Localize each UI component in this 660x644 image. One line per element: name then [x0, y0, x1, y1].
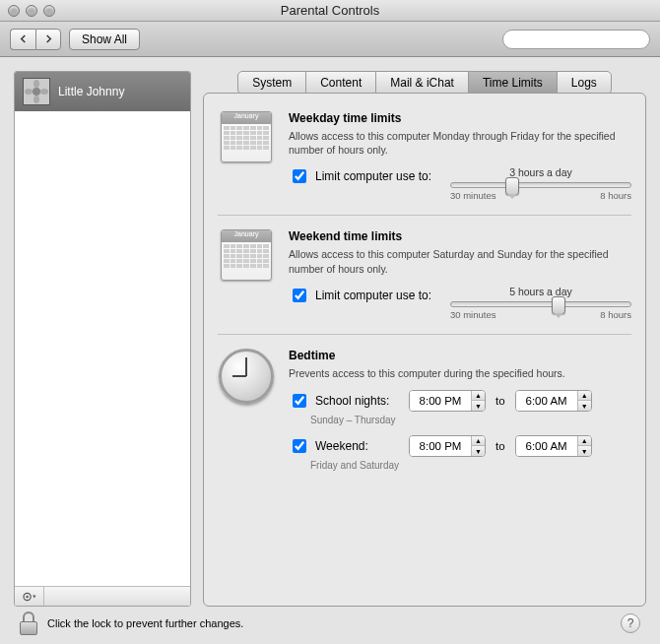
school-from-input[interactable]	[410, 391, 471, 411]
bedtime-section: Bedtime Prevents access to this computer…	[218, 334, 631, 494]
weekday-limit-input[interactable]	[293, 169, 306, 183]
calendar-icon: January	[221, 229, 272, 281]
search-field[interactable]	[502, 30, 650, 49]
tab-time-limits[interactable]: Time Limits	[469, 72, 558, 94]
svg-point-3	[33, 80, 39, 88]
tab-mail-ichat[interactable]: Mail & iChat	[376, 72, 469, 94]
weekday-desc: Allows access to this computer Monday th…	[289, 129, 631, 157]
weekday-limit-label: Limit computer use to:	[315, 169, 431, 183]
weekend-nights-checkbox[interactable]: Weekend:	[289, 436, 399, 456]
weekend-slider-thumb[interactable]	[552, 296, 565, 314]
school-from-field[interactable]: ▲▼	[409, 390, 486, 412]
lock-button[interactable]	[20, 612, 39, 635]
weekend-from-field[interactable]: ▲▼	[409, 435, 486, 457]
sidebar-footer	[15, 586, 190, 606]
school-nights-sub: Sunday – Thursday	[310, 415, 631, 425]
weekend-to-stepper[interactable]: ▲▼	[577, 436, 591, 456]
weekend-from-stepper[interactable]: ▲▼	[471, 436, 485, 456]
clock-icon	[219, 349, 274, 404]
weekday-slider-thumb[interactable]	[505, 177, 519, 195]
weekend-value-label: 5 hours a day	[450, 286, 631, 297]
bedtime-desc: Prevents access to this computer during …	[289, 366, 631, 380]
weekday-title: Weekday time limits	[289, 111, 631, 125]
weekday-value-label: 3 hours a day	[450, 166, 631, 178]
weekday-max-label: 8 hours	[600, 190, 631, 201]
weekend-section: January Weekend time limits Allows acces…	[218, 215, 631, 333]
weekend-limit-checkbox[interactable]: Limit computer use to:	[289, 286, 436, 305]
help-button[interactable]: ?	[621, 613, 640, 633]
account-row[interactable]: Little Johnny	[15, 72, 190, 111]
bedtime-title: Bedtime	[289, 349, 631, 362]
tab-bar: System Content Mail & iChat Time Limits …	[237, 71, 612, 95]
weekend-nights-input[interactable]	[293, 439, 306, 453]
window-footer: Click the lock to prevent further change…	[14, 607, 646, 640]
toolbar: Show All	[0, 22, 660, 57]
weekend-to-field[interactable]: ▲▼	[515, 435, 592, 457]
school-nights-checkbox[interactable]: School nights:	[289, 391, 399, 411]
weekend-nights-label: Weekend:	[315, 439, 368, 453]
chevron-left-icon	[19, 34, 28, 43]
school-to-input[interactable]	[516, 391, 577, 411]
search-input[interactable]	[511, 32, 651, 46]
gear-icon	[22, 591, 37, 603]
svg-point-6	[40, 89, 48, 95]
back-button[interactable]	[10, 29, 35, 50]
weekday-min-label: 30 minutes	[450, 190, 495, 201]
window-title: Parental Controls	[0, 3, 660, 18]
weekend-desc: Allows access to this computer Saturday …	[289, 247, 631, 275]
tab-system[interactable]: System	[238, 72, 306, 94]
calendar-icon: January	[221, 111, 272, 162]
accounts-sidebar: Little Johnny	[14, 71, 191, 607]
school-nights-input[interactable]	[293, 394, 306, 408]
account-name: Little Johnny	[58, 85, 124, 98]
tab-logs[interactable]: Logs	[558, 72, 611, 94]
account-avatar	[23, 78, 50, 105]
tab-content[interactable]: Content	[306, 72, 376, 94]
main-panel: System Content Mail & iChat Time Limits …	[203, 71, 646, 607]
weekend-from-input[interactable]	[410, 436, 471, 456]
weekend-limit-input[interactable]	[293, 289, 306, 302]
flower-icon	[25, 80, 48, 103]
weekend-limit-label: Limit computer use to:	[315, 289, 431, 302]
forward-button[interactable]	[35, 29, 61, 50]
svg-point-5	[25, 89, 33, 95]
sidebar-action-menu[interactable]	[15, 587, 44, 606]
to-label: to	[495, 440, 505, 452]
to-label: to	[495, 395, 505, 407]
weekend-min-label: 30 minutes	[450, 309, 495, 320]
weekday-section: January Weekday time limits Allows acces…	[218, 105, 631, 215]
weekend-nights-sub: Friday and Saturday	[310, 460, 631, 471]
weekend-max-label: 8 hours	[600, 309, 631, 320]
weekday-limit-checkbox[interactable]: Limit computer use to:	[289, 166, 436, 186]
weekday-slider[interactable]	[450, 182, 631, 188]
school-to-field[interactable]: ▲▼	[515, 390, 592, 412]
school-to-stepper[interactable]: ▲▼	[577, 391, 591, 411]
lock-text: Click the lock to prevent further change…	[47, 617, 243, 629]
preferences-window: Parental Controls Show All	[0, 0, 660, 644]
weekend-title: Weekend time limits	[289, 229, 631, 243]
svg-point-4	[33, 96, 39, 103]
title-bar: Parental Controls	[0, 0, 660, 22]
weekend-slider[interactable]	[450, 301, 631, 307]
school-from-stepper[interactable]: ▲▼	[471, 391, 485, 411]
svg-point-2	[33, 88, 40, 96]
weekend-to-input[interactable]	[516, 436, 577, 456]
chevron-right-icon	[44, 34, 53, 43]
school-nights-label: School nights:	[315, 394, 389, 408]
content-area: Little Johnny System Conten	[0, 57, 660, 644]
svg-point-8	[26, 595, 28, 597]
time-limits-panel: January Weekday time limits Allows acces…	[203, 93, 646, 607]
show-all-button[interactable]: Show All	[69, 29, 140, 50]
